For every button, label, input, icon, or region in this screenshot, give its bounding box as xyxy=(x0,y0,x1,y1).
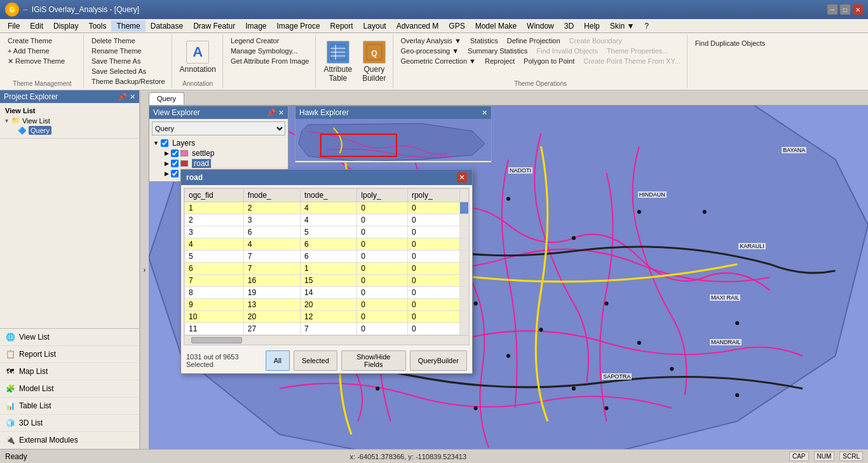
menu-advanced-m[interactable]: Advanced M xyxy=(391,20,444,32)
layers-expand-arrow[interactable]: ▼ xyxy=(153,140,159,146)
nav-table-list[interactable]: 📊 Table List xyxy=(0,397,139,415)
attribute-table-btn[interactable]: Attribute Table xyxy=(320,38,356,85)
menu-database[interactable]: Database xyxy=(146,20,188,32)
map-area[interactable]: NADOTI HINDAUN BAYANA KARAULI MAXI RAIL … xyxy=(149,106,868,449)
hawk-minimap[interactable] xyxy=(295,119,491,161)
scrollbar-thumb[interactable] xyxy=(191,337,242,343)
menu-gps[interactable]: GPS xyxy=(444,20,470,32)
hawk-explorer-close-btn[interactable]: ✕ xyxy=(482,109,487,117)
view-explorer-close-btn[interactable]: ✕ xyxy=(278,109,284,117)
menu-model-make[interactable]: Model Make xyxy=(470,20,522,32)
layers-checkbox[interactable] xyxy=(161,139,168,147)
geo-processing-btn[interactable]: Geo-processing ▼ xyxy=(397,46,463,56)
theme-properties-btn[interactable]: Theme Properties... xyxy=(603,46,672,56)
tree-query-item[interactable]: 🔷 Query xyxy=(3,125,137,135)
attr-table-container[interactable]: ogc_fid fnode_ tnode_ lpoly_ rpoly_ 1240… xyxy=(184,188,470,345)
table-row[interactable]: 57600 xyxy=(185,251,469,263)
add-theme-btn[interactable]: + Add Theme xyxy=(4,46,53,56)
layer-road-checkbox[interactable] xyxy=(171,160,179,167)
project-explorer-close-btn[interactable]: ✕ xyxy=(130,93,135,101)
remove-theme-btn[interactable]: ✕ Remove Theme xyxy=(4,56,69,67)
col-ogc-fid[interactable]: ogc_fid xyxy=(185,189,244,202)
get-attribute-btn[interactable]: Get Attribute From Image xyxy=(227,56,313,66)
btn-selected[interactable]: Selected xyxy=(294,350,337,371)
create-point-theme-btn[interactable]: Create Point Theme From XY... xyxy=(580,56,684,66)
horizontal-scrollbar[interactable] xyxy=(185,335,469,345)
layer-taluk-checkbox[interactable] xyxy=(171,170,179,177)
table-row[interactable]: 7161500 xyxy=(185,275,469,287)
layer-settlep-checkbox[interactable] xyxy=(171,149,179,157)
menu-display[interactable]: Display xyxy=(48,20,83,32)
menu-tools[interactable]: Tools xyxy=(83,20,111,32)
menu-3d[interactable]: 3D xyxy=(559,20,579,32)
menu-skin[interactable]: Skin ▼ xyxy=(605,20,640,32)
btn-all[interactable]: All xyxy=(266,350,290,371)
summary-statistics-btn[interactable]: Summary Statistics xyxy=(464,46,531,56)
attr-dialog-close-btn[interactable]: ✕ xyxy=(457,172,467,183)
nav-model-list[interactable]: 🧩 Model List xyxy=(0,380,139,397)
scrollbar-row[interactable] xyxy=(185,335,469,345)
nav-external-modules[interactable]: 🔌 External Modules xyxy=(0,432,139,449)
window-close-btn[interactable]: ✕ xyxy=(853,4,863,15)
table-row[interactable]: 23400 xyxy=(185,214,469,226)
table-row[interactable]: 1127700 xyxy=(185,323,469,335)
overlay-analysis-btn[interactable]: Overlay Analysis ▼ xyxy=(397,36,465,46)
delete-theme-btn[interactable]: Delete Theme xyxy=(88,36,139,46)
query-builder-btn[interactable]: Q Query Builder xyxy=(358,38,390,85)
manage-symbology-btn[interactable]: Manage Symbology... xyxy=(227,46,302,56)
hawk-explorer-content[interactable] xyxy=(295,119,491,161)
create-boundary-btn[interactable]: Create Boundary xyxy=(566,36,626,46)
save-selected-as-btn[interactable]: Save Selected As xyxy=(88,66,150,76)
col-tnode[interactable]: tnode_ xyxy=(301,189,357,202)
statistics-btn[interactable]: Statistics xyxy=(466,36,502,46)
menu-image-proce[interactable]: Image Proce xyxy=(272,20,325,32)
layer-expand-settlep[interactable]: ▶ xyxy=(165,150,169,156)
menu-report[interactable]: Report xyxy=(325,20,358,32)
save-theme-as-btn[interactable]: Save Theme As xyxy=(88,56,144,66)
menu-theme[interactable]: Theme xyxy=(111,20,145,32)
find-duplicate-btn[interactable]: Find Duplicate Objects xyxy=(691,38,770,48)
window-maximize-btn[interactable]: □ xyxy=(840,4,850,15)
query-tab[interactable]: Query xyxy=(149,92,184,105)
project-explorer-pin-btn[interactable]: 📌 xyxy=(118,93,127,101)
col-rpoly[interactable]: rpoly_ xyxy=(407,189,459,202)
layer-expand-road[interactable]: ▶ xyxy=(165,160,169,167)
layer-expand-taluk[interactable]: ▶ xyxy=(165,170,169,177)
table-row[interactable]: 12400 xyxy=(185,202,469,214)
menu-edit[interactable]: Edit xyxy=(25,20,48,32)
sidebar-expand-btn[interactable]: › xyxy=(140,90,149,449)
nav-map-list[interactable]: 🗺 Map List xyxy=(0,363,139,380)
layer-road[interactable]: ▶ road xyxy=(152,158,285,169)
view-explorer-pin-btn[interactable]: 📌 xyxy=(267,109,276,117)
table-row[interactable]: 8191400 xyxy=(185,287,469,299)
nav-view-list[interactable]: 🌐 View List xyxy=(0,329,139,346)
annotation-btn[interactable]: A Annotation xyxy=(176,38,220,76)
create-theme-btn[interactable]: Create Theme xyxy=(4,36,56,46)
btn-show-hide[interactable]: Show/Hide Fields xyxy=(341,350,406,371)
geometric-correction-btn[interactable]: Geometric Correction ▼ xyxy=(397,56,480,66)
menu-draw-featur[interactable]: Draw Featur xyxy=(188,20,240,32)
polygon-to-point-btn[interactable]: Polygon to Point xyxy=(520,56,578,66)
tree-view-list[interactable]: ▼ 📁 View List xyxy=(3,116,137,125)
reproject-btn[interactable]: Reproject xyxy=(481,56,519,66)
table-row[interactable]: 67100 xyxy=(185,263,469,275)
menu-layout[interactable]: Layout xyxy=(358,20,391,32)
legend-creator-btn[interactable]: Legend Creator xyxy=(227,36,283,46)
col-fnode[interactable]: fnode_ xyxy=(243,189,300,202)
table-row[interactable]: 10201200 xyxy=(185,311,469,323)
col-lpoly[interactable]: lpoly_ xyxy=(357,189,408,202)
btn-query-builder[interactable]: QueryBuilder xyxy=(410,350,467,371)
menu-file[interactable]: File xyxy=(3,20,25,32)
view-explorer-select[interactable]: Query xyxy=(152,121,285,135)
nav-report-list[interactable]: 📋 Report List xyxy=(0,346,139,363)
menu-window[interactable]: Window xyxy=(522,20,559,32)
table-row[interactable]: 44600 xyxy=(185,238,469,251)
menu-image[interactable]: Image xyxy=(240,20,271,32)
find-invalid-btn[interactable]: Find Invalid Objects xyxy=(532,46,602,56)
nav-3d-list[interactable]: 🧊 3D List xyxy=(0,415,139,432)
minimize-icon[interactable]: ─ xyxy=(23,6,28,13)
menu-help[interactable]: Help xyxy=(579,20,605,32)
window-minimize-btn[interactable]: ─ xyxy=(827,4,837,15)
define-projection-btn[interactable]: Define Projection xyxy=(503,36,564,46)
theme-backup-btn[interactable]: Theme Backup/Restore xyxy=(88,76,169,86)
